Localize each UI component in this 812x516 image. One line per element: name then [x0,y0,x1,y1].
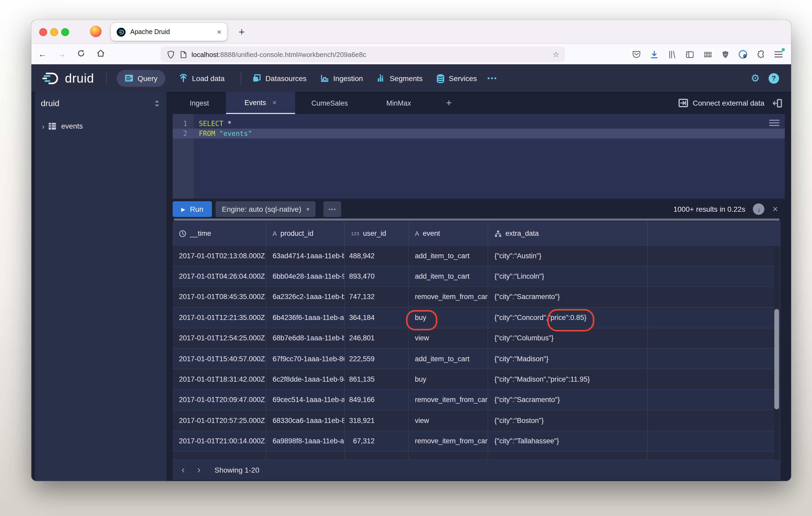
collapse-panel-icon[interactable] [773,98,782,108]
expand-chevron-icon[interactable]: › [42,122,48,130]
cell-event[interactable]: buy [409,369,488,390]
table-row[interactable]: 2017-01-01T15:40:57.000Z67f9cc70-1aaa-11… [173,349,781,369]
ublock-icon[interactable]: uo [720,49,730,60]
cell-event[interactable]: add_item_to_cart [409,349,488,369]
cell-time[interactable]: 2017-01-01T12:21:35.000Z [173,307,266,328]
cell-time[interactable]: 2017-01-01T20:09:47.000Z [173,390,266,410]
table-row[interactable]: 2017-01-01T12:21:35.000Z6b4236f6-1aaa-11… [173,307,781,328]
cell-event[interactable]: remove_item_from_cart [409,431,488,451]
cell-product_id[interactable]: 68b7e6d8-1aaa-11eb-ba [266,328,345,348]
onepassword-icon[interactable] [738,49,748,60]
table-row[interactable]: 2017-01-01T02:13:08.000Z63ad4714-1aaa-11… [173,246,781,266]
nav-more-icon[interactable]: ••• [487,74,498,82]
tab-cumesales[interactable]: CumeSales [295,92,364,114]
window-minimize-button[interactable] [50,28,58,36]
cell-product_id[interactable]: 67f9cc70-1aaa-11eb-86b [266,349,345,369]
pocket-icon[interactable] [631,49,641,60]
nav-item-query[interactable]: Query [117,70,165,87]
cell-product_id[interactable]: 68330ca6-1aaa-11eb-8e [266,411,345,430]
engine-select[interactable]: Engine: auto (sql-native) ▾ [215,201,316,217]
prev-page-icon[interactable]: ‹ [175,464,191,476]
column-header-extra-data[interactable]: extra_data [488,221,648,246]
horizontal-scrollbar[interactable] [174,218,780,221]
reload-button[interactable] [75,49,87,60]
nav-item-ingestion[interactable]: Ingestion [320,74,363,83]
cell-product_id[interactable]: 69cec514-1aaa-11eb-a0 [266,390,345,410]
cell-time[interactable]: 2017-01-01T20:57:25.000Z [173,411,266,430]
tab-events[interactable]: Events × [226,92,295,114]
column-header-user-id[interactable]: 123 user_id [345,221,409,246]
cell-time[interactable]: 2017-01-01T04:26:04.000Z [173,266,266,286]
query-more-button[interactable]: ••• [324,201,341,217]
table-row[interactable]: 2017-01-01T20:09:47.000Z69cec514-1aaa-11… [173,390,781,411]
bookmark-star-icon[interactable]: ☆ [553,50,559,59]
cell-time[interactable]: 2017-01-01T18:31:42.000Z [173,369,266,390]
nav-item-load-data[interactable]: Load data [179,74,225,83]
table-row[interactable]: 2017-01-01T04:26:04.000Z6bb04e28-1aaa-11… [173,266,781,287]
cell-event[interactable]: view [409,328,488,348]
window-zoom-button[interactable] [61,28,69,36]
shield-permissions-icon[interactable] [167,50,175,59]
cell-product_id[interactable]: 63ad4714-1aaa-11eb-b7 [266,246,345,266]
cell-time[interactable]: 2017-01-01T21:00:14.000Z [173,431,266,451]
cell-event[interactable]: remove_item_from_cart [409,390,488,410]
cell-extra_data[interactable]: {"city":"Boston"} [488,411,648,430]
sidebar-item-events[interactable]: › events [35,118,166,134]
cell-user_id[interactable]: 893,470 [345,266,409,286]
gear-icon[interactable]: ⚙ [751,73,760,83]
cell-user_id[interactable]: 747,132 [345,287,409,307]
cell-user_id[interactable]: 246,801 [345,328,409,348]
editor-line[interactable]: 2 FROM "events" [173,129,785,139]
cell-product_id[interactable]: 6bb04e28-1aaa-11eb-9f [266,266,345,286]
cell-extra_data[interactable]: {"city":"Sacramento"} [488,390,648,410]
cell-extra_data[interactable]: {"city":"Madison","price":11.95} [488,369,648,390]
window-close-button[interactable] [39,28,47,36]
cell-extra_data[interactable]: {"city":"Sacramento"} [488,287,648,307]
next-page-icon[interactable]: › [191,464,207,476]
close-results-icon[interactable]: × [773,205,778,214]
cell-extra_data[interactable]: {"city":"Lincoln"} [488,266,648,286]
vertical-scrollbar-thumb[interactable] [774,309,779,409]
cell-time[interactable]: 2017-01-01T08:45:35.000Z [173,287,266,307]
home-button[interactable] [95,49,106,60]
library-icon[interactable] [667,49,677,60]
cell-time[interactable]: 2017-01-01T12:54:25.000Z [173,328,266,348]
downloads-icon[interactable] [649,49,659,60]
table-row[interactable]: 2017-01-01T12:54:25.000Z68b7e6d8-1aaa-11… [173,328,781,349]
cell-user_id[interactable]: 364,184 [345,307,409,328]
sql-editor[interactable]: 1 SELECT * 2 FROM "events" [173,114,785,199]
extensions-icon[interactable] [755,49,766,60]
editor-menu-icon[interactable] [769,118,780,127]
page-info-icon[interactable] [180,51,187,58]
table-row[interactable]: 2017-01-01T18:31:42.000Z6c2f8dde-1aaa-11… [173,369,781,390]
cell-event[interactable]: add_item_to_cart [409,246,488,266]
cell-user_id[interactable]: 318,921 [345,411,409,430]
cell-event[interactable]: view [409,411,488,430]
new-query-tab-button[interactable]: + [433,92,465,114]
cell-user_id[interactable]: 67,312 [345,431,409,451]
url-text[interactable]: localhost:8888/unified-console.html#work… [192,51,553,58]
cell-product_id[interactable]: 6c2f8dde-1aaa-11eb-94 [266,369,345,390]
druid-logo[interactable]: druid [42,71,94,86]
browser-tab[interactable]: Apache Druid × [111,23,227,41]
sidebar-toggle-icon[interactable] [684,49,695,60]
cell-product_id[interactable]: 6b4236f6-1aaa-11eb-aa [266,307,345,328]
back-button[interactable]: ← [37,50,48,59]
help-icon[interactable]: ? [768,73,779,83]
column-header-event[interactable]: A event [409,221,488,246]
sort-icon[interactable] [154,100,160,107]
cell-user_id[interactable]: 849,166 [345,390,409,410]
download-results-icon[interactable]: ↓ [753,203,765,215]
tab-minmax[interactable]: MinMax [364,92,433,114]
cell-event[interactable]: add_item_to_cart [409,266,488,286]
table-row[interactable]: 2017-01-01T21:00:14.000Z6a9898f8-1aaa-11… [173,431,781,452]
column-header-time[interactable]: __time [173,221,266,246]
nav-item-datasources[interactable]: Datasources [253,74,307,83]
cell-product_id[interactable]: 6a9898f8-1aaa-11eb-a1 [266,431,345,451]
menu-icon[interactable] [773,49,784,60]
table-row[interactable]: 2017-01-01T20:57:25.000Z68330ca6-1aaa-11… [173,411,781,431]
tab-close-icon[interactable]: × [272,98,277,107]
cell-time[interactable]: 2017-01-01T15:40:57.000Z [173,349,266,369]
table-row[interactable]: 2017-01-01T08:45:35.000Z6a2326c2-1aaa-11… [173,287,781,308]
cell-user_id[interactable]: 488,942 [345,246,409,266]
